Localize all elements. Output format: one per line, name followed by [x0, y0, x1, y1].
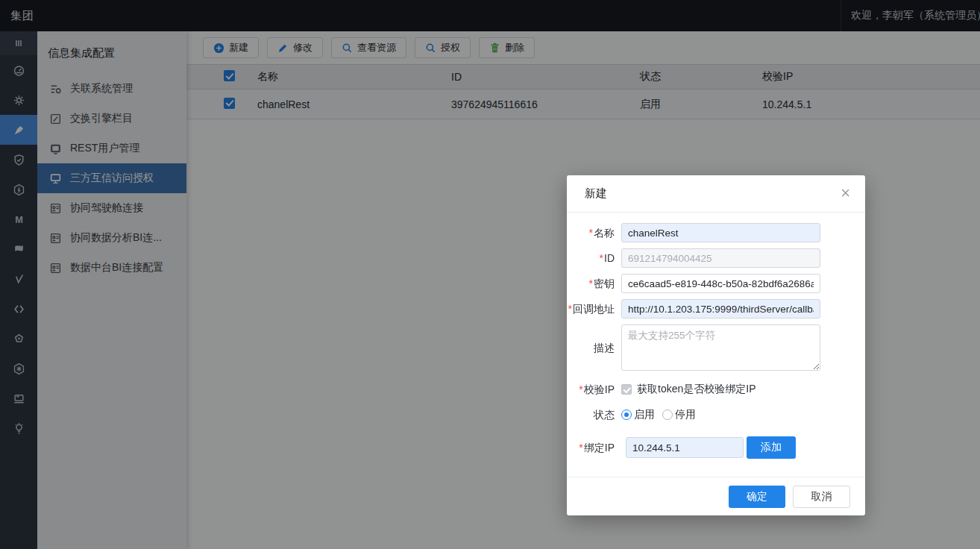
- verify-ip-label: 校验IP: [567, 383, 615, 395]
- new-record-dialog: 新建 × 名称 ID 密钥 回调地址 描述 校验IP 获取token是否校验绑: [567, 175, 865, 515]
- id-label: ID: [567, 248, 615, 268]
- radio-dot-icon: [621, 410, 632, 420]
- callback-label: 回调地址: [567, 299, 615, 319]
- radio-label: 启用: [634, 408, 655, 421]
- form-row-verify-ip: 校验IP 获取token是否校验绑定IP: [567, 383, 865, 396]
- radio-dot-icon: [662, 410, 673, 420]
- description-textarea[interactable]: [621, 324, 820, 371]
- verify-ip-checkbox-label: 获取token是否校验绑定IP: [637, 383, 756, 396]
- cancel-button[interactable]: 取消: [793, 486, 850, 508]
- dialog-body: 名称 ID 密钥 回调地址 描述 校验IP 获取token是否校验绑定IP: [567, 213, 865, 477]
- description-label: 描述: [567, 324, 615, 371]
- form-row-callback: 回调地址: [567, 299, 865, 319]
- callback-url-input[interactable]: [621, 299, 820, 319]
- status-label: 状态: [567, 405, 615, 424]
- dialog-title: 新建: [585, 186, 607, 201]
- secret-input[interactable]: [621, 274, 820, 293]
- bind-ip-input[interactable]: [626, 437, 744, 458]
- form-row-id: ID: [567, 248, 865, 268]
- form-row-name: 名称: [567, 223, 865, 242]
- secret-label: 密钥: [567, 274, 615, 293]
- id-input: [621, 248, 820, 268]
- form-row-bind-ip: 绑定IP 添加: [567, 436, 865, 459]
- confirm-button[interactable]: 确定: [729, 486, 785, 508]
- radio-label: 停用: [675, 408, 696, 421]
- add-ip-button[interactable]: 添加: [747, 436, 796, 459]
- dialog-footer: 确定 取消: [567, 477, 865, 515]
- name-label: 名称: [567, 223, 615, 242]
- name-input[interactable]: [621, 223, 820, 242]
- form-row-status: 状态 启用 停用: [567, 405, 865, 424]
- verify-ip-checkbox: [621, 384, 632, 395]
- close-icon[interactable]: ×: [841, 185, 850, 201]
- status-radio-disabled[interactable]: 停用: [662, 408, 696, 421]
- status-radio-enabled[interactable]: 启用: [621, 408, 655, 421]
- form-row-description: 描述: [567, 324, 865, 374]
- dialog-header: 新建 ×: [567, 175, 865, 213]
- bind-ip-label: 绑定IP: [567, 437, 615, 458]
- form-row-secret: 密钥: [567, 274, 865, 293]
